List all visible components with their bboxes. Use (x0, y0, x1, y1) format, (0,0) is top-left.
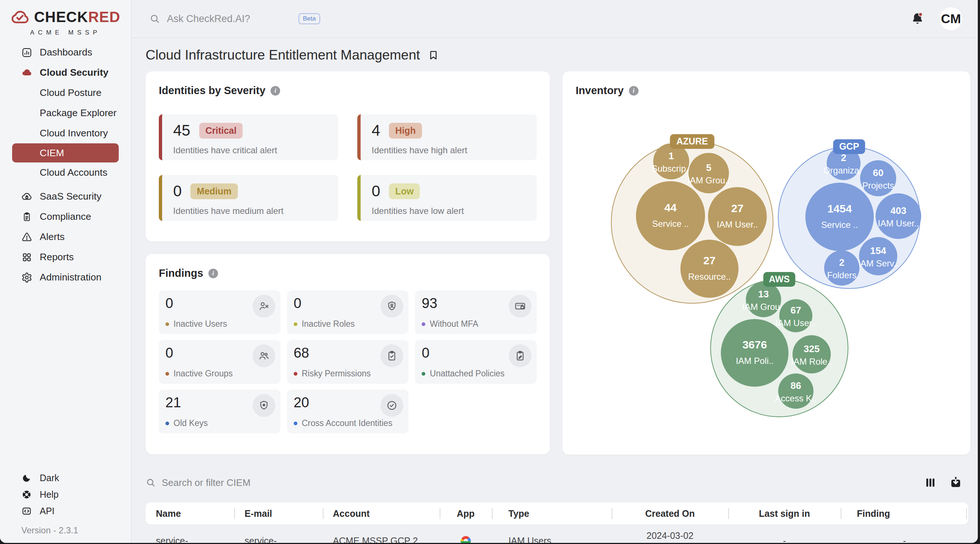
bubble-gcp[interactable] (805, 183, 874, 251)
sidebar-item-reports[interactable]: Reports (0, 247, 131, 267)
column-header-account[interactable]: Account (323, 503, 440, 525)
severity-card-high[interactable]: 4 High Identities have high alert (357, 114, 537, 160)
finding-tile-inactive-roles[interactable]: 0 Inactive Roles (287, 290, 409, 334)
mfa-card-lock-icon (509, 295, 531, 318)
bubble-gcp[interactable] (859, 237, 897, 275)
brand-name: CHECKRED (34, 9, 121, 25)
findings-panel: Findings i 0 (146, 254, 550, 454)
columns-icon[interactable] (924, 476, 937, 489)
info-icon[interactable]: i (270, 86, 280, 95)
user-avatar[interactable]: CM (940, 7, 963, 30)
gcp-app-icon (440, 530, 492, 543)
cloud-icon (21, 67, 32, 78)
bar-chart-icon (21, 47, 32, 58)
finding-tile-inactive-users[interactable]: 0 Inactive Users (159, 290, 280, 334)
bubble-aws[interactable] (721, 319, 789, 387)
shield-dot-icon (253, 394, 275, 417)
page-content: Cloud Infrastructure Entitlement Managem… (132, 38, 978, 543)
bubble-aws[interactable] (746, 282, 781, 317)
sidebar-item-package-explorer[interactable]: Package Explorer (0, 103, 131, 123)
bubble-value: 3676 (743, 339, 767, 351)
severity-card-critical[interactable]: 45 Critical Identities have critical ale… (159, 114, 338, 160)
sidebar-item-cloud-inventory[interactable]: Cloud Inventory (0, 123, 131, 143)
bubble-value: 13 (758, 288, 769, 299)
bubble-value: 154 (870, 245, 886, 256)
panel-title: Inventory (576, 84, 624, 97)
cluster-badge-label: GCP (839, 141, 859, 151)
notifications-bell-icon[interactable] (910, 11, 925, 26)
category-dot (165, 322, 169, 326)
category-dot (165, 372, 169, 375)
category-dot (294, 322, 298, 326)
sidebar-item-administration[interactable]: Administration (0, 267, 131, 288)
bubble-aws[interactable] (778, 374, 813, 409)
sidebar-item-cloud-accounts[interactable]: Cloud Accounts (0, 162, 131, 183)
download-icon[interactable] (949, 476, 963, 489)
info-icon[interactable]: i (629, 86, 638, 95)
sidebar-item-alerts[interactable]: Alerts (0, 227, 131, 247)
severity-description: Identities have critical alert (173, 145, 338, 156)
finding-tile-unattached-policies[interactable]: 0 Unattache (415, 340, 537, 384)
brand-logo[interactable]: CHECKRED ACME MSSP (0, 0, 131, 37)
api-button[interactable]: API (0, 503, 131, 519)
severity-count: 45 (173, 122, 191, 139)
page-title: Cloud Infrastructure Entitlement Managem… (146, 48, 420, 63)
sidebar-item-cloud-security[interactable]: Cloud Security (0, 62, 131, 83)
bubble-label: IAM Serv.. (858, 258, 898, 268)
column-header-app[interactable]: App (440, 503, 492, 525)
bubble-label: Service .. (821, 220, 858, 230)
bubble-aws[interactable] (792, 335, 831, 374)
severity-card-low[interactable]: 0 Low Identities have low alert (357, 175, 537, 221)
bubble-gcp[interactable] (824, 250, 859, 286)
severity-count: 0 (173, 182, 181, 200)
sidebar-item-dashboards[interactable]: Dashboards (0, 42, 131, 62)
help-button[interactable]: Help (0, 486, 131, 503)
finding-tile-inactive-groups[interactable]: 0 Inactive Groups (159, 340, 280, 384)
bubble-label: Access K.. (775, 393, 816, 403)
sidebar-item-saas-security[interactable]: SaaS Security (0, 186, 131, 207)
bubble-label: Subscrip.. (652, 164, 691, 173)
user-x-icon (253, 295, 275, 318)
severity-card-medium[interactable]: 0 Medium Identities have medium alert (159, 175, 338, 221)
bubble-azure[interactable] (681, 240, 738, 298)
clipboard-icon (21, 212, 32, 223)
bubble-azure[interactable] (689, 153, 729, 193)
bubble-gcp[interactable] (876, 193, 921, 239)
column-header-created-on[interactable]: Created On (612, 503, 728, 525)
column-header-type[interactable]: Type (492, 503, 612, 525)
column-header-finding[interactable]: Finding (841, 503, 968, 525)
info-icon[interactable]: i (208, 269, 218, 278)
bubble-label: IAM User.. (775, 318, 816, 328)
finding-tile-risky-permissions[interactable]: 68 Risky Pe (287, 340, 409, 384)
finding-tile-old-keys[interactable]: 21 Old Keys (159, 390, 280, 433)
bubble-value: 67 (791, 305, 801, 316)
category-dot (294, 422, 298, 425)
ask-checkred-ai-input[interactable] (166, 13, 293, 25)
column-header-last-sign-in[interactable]: Last sign in (728, 503, 841, 525)
bubble-label: Resource.. (688, 272, 731, 282)
cluster-badge-label: AWS (769, 274, 790, 284)
clipboard-edit-icon (509, 344, 531, 367)
bubble-azure[interactable] (636, 181, 705, 250)
severity-description: Identities have low alert (372, 206, 537, 216)
bubble-azure[interactable] (708, 187, 767, 246)
table-row[interactable]: service-50905140726 service-5090514072 A… (146, 530, 968, 543)
sidebar-item-compliance[interactable]: Compliance (0, 207, 131, 227)
table-filter-input[interactable] (161, 477, 383, 489)
sidebar-item-cloud-posture[interactable]: Cloud Posture (0, 83, 131, 103)
category-dot (422, 322, 425, 326)
finding-tile-cross-account-identities[interactable]: 20 Cross Account Identities (287, 390, 409, 433)
dark-mode-toggle[interactable]: Dark (0, 470, 131, 486)
panel-title: Identities by Severity (159, 84, 266, 97)
column-header-email[interactable]: E-mail (234, 503, 322, 525)
column-header-name[interactable]: Name (146, 503, 234, 525)
beta-badge: Beta (299, 13, 320, 24)
sidebar-item-ciem[interactable]: CIEM (12, 143, 119, 162)
finding-tile-without-mfa[interactable]: 93 (415, 290, 537, 334)
badge-check-icon (380, 394, 403, 417)
bubble-label: Projects (862, 180, 894, 190)
bubble-value: 325 (803, 343, 819, 354)
bubble-gcp[interactable] (860, 160, 896, 196)
bookmark-icon[interactable] (428, 49, 439, 61)
sidebar-menu: Dashboards Cloud Security Cloud Posture … (0, 42, 131, 288)
